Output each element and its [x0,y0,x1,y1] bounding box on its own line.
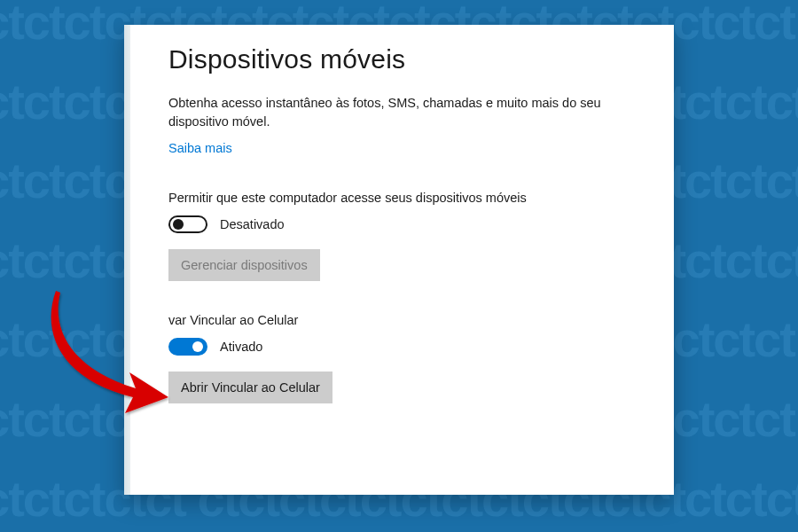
phone-link-toggle[interactable] [168,338,207,356]
manage-devices-button[interactable]: Gerenciar dispositivos [168,249,320,281]
phone-link-toggle-row: Ativado [168,338,647,356]
allow-access-section: Permitir que este computador acesse seus… [168,191,647,306]
page-description: Obtenha acesso instantâneo às fotos, SMS… [168,94,621,131]
allow-access-toggle[interactable] [168,215,207,233]
open-phone-link-button[interactable]: Abrir Vincular ao Celular [168,372,332,403]
phone-link-section: var Vincular ao Celular Ativado Abrir Vi… [168,313,647,428]
phone-link-label: var Vincular ao Celular [168,313,647,327]
settings-panel: Dispositivos móveis Obtenha acesso insta… [124,25,674,495]
allow-access-toggle-row: Desativado [168,215,647,233]
learn-more-link[interactable]: Saiba mais [168,141,232,155]
page-title: Dispositivos móveis [168,44,647,74]
allow-access-state-label: Desativado [220,217,285,231]
allow-access-label: Permitir que este computador acesse seus… [168,191,647,205]
phone-link-state-label: Ativado [220,340,262,354]
